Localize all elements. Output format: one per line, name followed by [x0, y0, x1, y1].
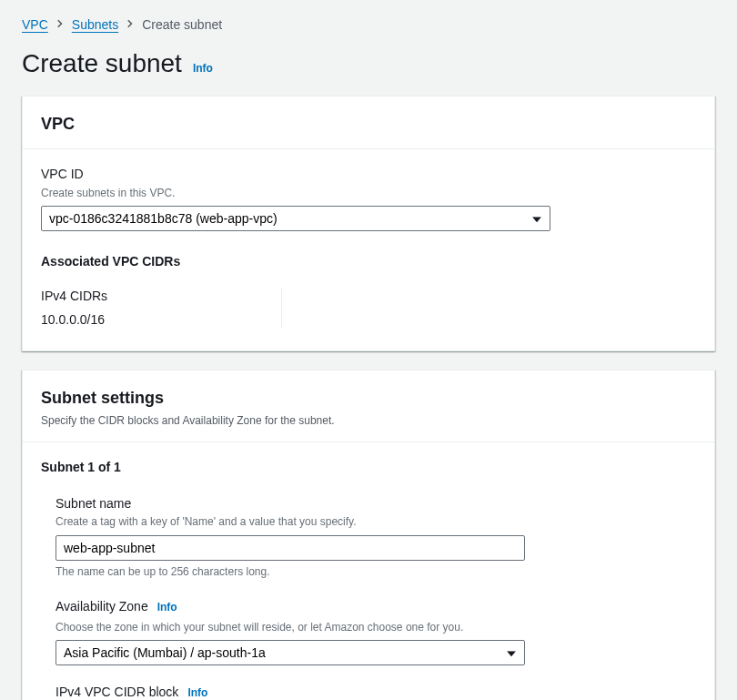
- subnet-name-desc: Create a tag with a key of 'Name' and a …: [56, 514, 681, 530]
- vpc-id-select[interactable]: vpc-0186c3241881b8c78 (web-app-vpc): [41, 206, 550, 231]
- ipv4-cidrs-value: 10.0.0.0/16: [41, 311, 263, 330]
- breadcrumb-vpc[interactable]: VPC: [22, 16, 48, 35]
- info-link[interactable]: Info: [193, 61, 213, 76]
- subnet-name-label: Subnet name: [56, 495, 681, 513]
- subnet-settings-panel: Subnet settings Specify the CIDR blocks …: [22, 370, 715, 700]
- vpc-id-label: VPC ID: [41, 166, 696, 184]
- subnet-name-input[interactable]: [56, 535, 525, 561]
- chevron-right-icon: [55, 16, 66, 35]
- az-select-value[interactable]: Asia Pacific (Mumbai) / ap-south-1a: [56, 640, 525, 665]
- assoc-cidrs-block: IPv4 CIDRs 10.0.0.0/16: [41, 288, 696, 329]
- vpc-id-desc: Create subnets in this VPC.: [41, 186, 696, 201]
- subnet-panel-title: Subnet settings: [41, 387, 696, 410]
- az-desc: Choose the zone in which your subnet wil…: [56, 620, 681, 635]
- vpc-panel-title: VPC: [41, 113, 696, 136]
- breadcrumb-subnets[interactable]: Subnets: [72, 16, 118, 35]
- vpc-id-select-value[interactable]: vpc-0186c3241881b8c78 (web-app-vpc): [41, 206, 550, 231]
- az-select[interactable]: Asia Pacific (Mumbai) / ap-south-1a: [56, 640, 525, 665]
- subnet-1-heading: Subnet 1 of 1: [23, 442, 714, 477]
- breadcrumb: VPC Subnets Create subnet: [22, 16, 715, 35]
- subnet-panel-subtitle: Specify the CIDR blocks and Availability…: [41, 413, 696, 429]
- az-info-link[interactable]: Info: [157, 600, 177, 615]
- az-label: Availability Zone: [56, 598, 148, 616]
- assoc-cidrs-title: Associated VPC CIDRs: [41, 253, 696, 271]
- page-title: Create subnet: [22, 46, 182, 81]
- chevron-right-icon: [125, 16, 136, 35]
- ipv4-cidrs-label: IPv4 CIDRs: [41, 288, 263, 306]
- ipv4-cidr-label: IPv4 VPC CIDR block: [56, 684, 178, 700]
- subnet-panel-header: Subnet settings Specify the CIDR blocks …: [23, 370, 714, 442]
- ipv4-cidr-info-link[interactable]: Info: [187, 685, 207, 700]
- breadcrumb-current: Create subnet: [142, 16, 222, 35]
- subnet-name-helper: The name can be up to 256 characters lon…: [56, 564, 681, 580]
- vpc-panel: VPC VPC ID Create subnets in this VPC. v…: [22, 96, 715, 351]
- page-header: Create subnet Info: [22, 46, 715, 81]
- vpc-panel-header: VPC: [23, 96, 714, 149]
